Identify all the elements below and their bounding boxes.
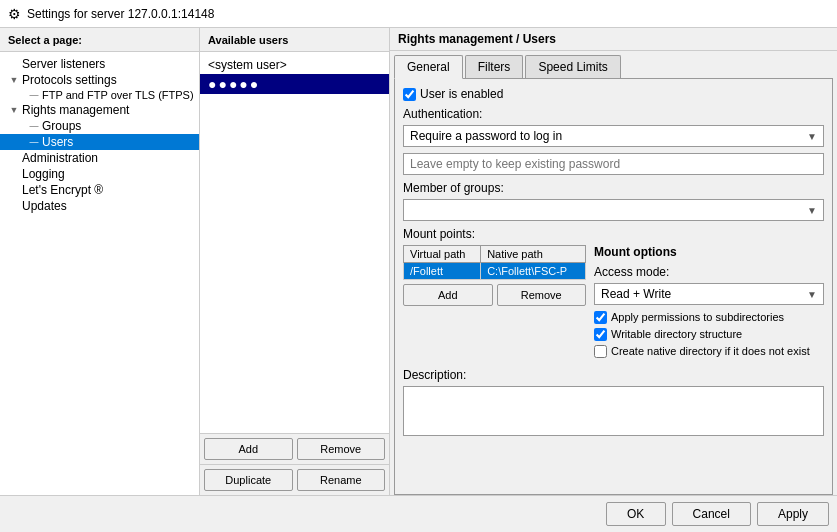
cancel-button[interactable]: Cancel — [672, 502, 751, 526]
sidebar-item-groups[interactable]: — Groups — [0, 118, 199, 134]
user-item-system[interactable]: <system user> — [200, 56, 389, 74]
tab-general[interactable]: General — [394, 55, 463, 79]
auth-dropdown-arrow: ▼ — [807, 131, 817, 142]
apply-permissions-row: Apply permissions to subdirectories — [594, 311, 824, 324]
sidebar-item-updates[interactable]: Updates — [0, 198, 199, 214]
mount-table-row[interactable]: /Follett C:\Follett\FSC-P — [404, 263, 586, 280]
authentication-dropdown[interactable]: Require a password to log in ▼ — [403, 125, 824, 147]
tabs-bar: General Filters Speed Limits — [390, 51, 837, 78]
tab-speed-limits[interactable]: Speed Limits — [525, 55, 620, 78]
writable-directory-checkbox[interactable] — [594, 328, 607, 341]
expand-icon-protocols: ▼ — [8, 75, 20, 85]
col-virtual-path: Virtual path — [404, 246, 481, 263]
access-mode-dropdown[interactable]: Read + Write ▼ — [594, 283, 824, 305]
mount-table-area: Virtual path Native path /Follett C:\Fol… — [403, 245, 586, 362]
user-remove-button[interactable]: Remove — [297, 438, 386, 460]
user-enabled-label: User is enabled — [420, 87, 503, 101]
sidebar-item-users[interactable]: — Users — [0, 134, 199, 150]
mount-add-button[interactable]: Add — [403, 284, 493, 306]
apply-permissions-label: Apply permissions to subdirectories — [611, 311, 784, 323]
sidebar-item-label: Logging — [20, 166, 67, 182]
user-add-button[interactable]: Add — [204, 438, 293, 460]
user-duplicate-button[interactable]: Duplicate — [204, 469, 293, 491]
groups-dash-icon: — — [28, 121, 40, 131]
apply-permissions-checkbox[interactable] — [594, 311, 607, 324]
user-enabled-row: User is enabled — [403, 87, 824, 101]
access-mode-label: Access mode: — [594, 265, 824, 279]
ok-button[interactable]: OK — [606, 502, 666, 526]
user-list: <system user> ●●●●● — [200, 52, 389, 247]
sidebar-item-label: Server listeners — [20, 56, 107, 72]
writable-directory-row: Writable directory structure — [594, 328, 824, 341]
user-enabled-checkbox[interactable] — [403, 88, 416, 101]
user-rename-button[interactable]: Rename — [297, 469, 386, 491]
create-native-row: Create native directory if it does not e… — [594, 345, 824, 358]
tree-container: Server listeners ▼ Protocols settings — … — [0, 52, 199, 495]
bottom-bar: OK Cancel Apply — [0, 495, 837, 532]
mount-options-title: Mount options — [594, 245, 824, 259]
auth-label: Authentication: — [403, 107, 824, 121]
section-header: Rights management / Users — [390, 28, 837, 51]
native-path-cell: C:\Follett\FSC-P — [481, 263, 586, 280]
create-native-label: Create native directory if it does not e… — [611, 345, 810, 357]
middle-panel: Available users <system user> ●●●●● Add … — [200, 28, 390, 495]
description-textarea[interactable] — [403, 386, 824, 436]
tab-filters[interactable]: Filters — [465, 55, 524, 78]
sidebar-item-ftp[interactable]: — FTP and FTP over TLS (FTPS) — [0, 88, 199, 102]
right-panel: Rights management / Users General Filter… — [390, 28, 837, 495]
password-input[interactable] — [403, 153, 824, 175]
member-groups-label: Member of groups: — [403, 181, 824, 195]
mount-options-area: Mount options Access mode: Read + Write … — [594, 245, 824, 362]
sidebar-item-label: Groups — [40, 118, 83, 134]
mount-points-label: Mount points: — [403, 227, 824, 241]
user-panel-buttons: Add Remove — [200, 433, 389, 464]
main-layout: Select a page: Server listeners ▼ Protoc… — [0, 28, 837, 532]
sidebar-item-label: FTP and FTP over TLS (FTPS) — [40, 88, 196, 102]
app-icon: ⚙ — [8, 6, 21, 22]
sidebar-item-protocols-settings[interactable]: ▼ Protocols settings — [0, 72, 199, 88]
description-label: Description: — [403, 368, 824, 382]
sidebar-item-administration[interactable]: Administration — [0, 150, 199, 166]
sidebar-item-logging[interactable]: Logging — [0, 166, 199, 182]
left-panel: Select a page: Server listeners ▼ Protoc… — [0, 28, 200, 495]
users-dash-icon: — — [28, 137, 40, 147]
user-panel-buttons-2: Duplicate Rename — [200, 464, 389, 495]
expand-icon-rights: ▼ — [8, 105, 20, 115]
middle-panel-header: Available users — [200, 28, 389, 52]
sidebar-item-label: Administration — [20, 150, 100, 166]
title-bar-text: Settings for server 127.0.0.1:14148 — [27, 7, 214, 21]
mount-table: Virtual path Native path /Follett C:\Fol… — [403, 245, 586, 280]
ftp-dash-icon: — — [28, 90, 40, 100]
create-native-checkbox[interactable] — [594, 345, 607, 358]
sidebar-item-label: Updates — [20, 198, 69, 214]
sidebar-item-label: Protocols settings — [20, 72, 119, 88]
writable-directory-label: Writable directory structure — [611, 328, 742, 340]
sidebar-item-label: Let's Encrypt ® — [20, 182, 105, 198]
sidebar-item-lets-encrypt[interactable]: Let's Encrypt ® — [0, 182, 199, 198]
mount-points-section: Virtual path Native path /Follett C:\Fol… — [403, 245, 824, 362]
tab-content-general: User is enabled Authentication: Require … — [394, 78, 833, 495]
apply-button[interactable]: Apply — [757, 502, 829, 526]
sidebar-item-server-listeners[interactable]: Server listeners — [0, 56, 199, 72]
virtual-path-cell: /Follett — [404, 263, 481, 280]
user-item-selected[interactable]: ●●●●● — [200, 74, 389, 94]
mount-buttons: Add Remove — [403, 284, 586, 306]
member-groups-dropdown[interactable]: ▼ — [403, 199, 824, 221]
left-panel-header: Select a page: — [0, 28, 199, 52]
sidebar-item-rights-management[interactable]: ▼ Rights management — [0, 102, 199, 118]
mount-remove-button[interactable]: Remove — [497, 284, 587, 306]
access-mode-arrow: ▼ — [807, 289, 817, 300]
sidebar-item-label: Users — [40, 134, 75, 150]
sidebar-item-label: Rights management — [20, 102, 131, 118]
col-native-path: Native path — [481, 246, 586, 263]
title-bar: ⚙ Settings for server 127.0.0.1:14148 — [0, 0, 837, 28]
member-groups-arrow: ▼ — [807, 205, 817, 216]
